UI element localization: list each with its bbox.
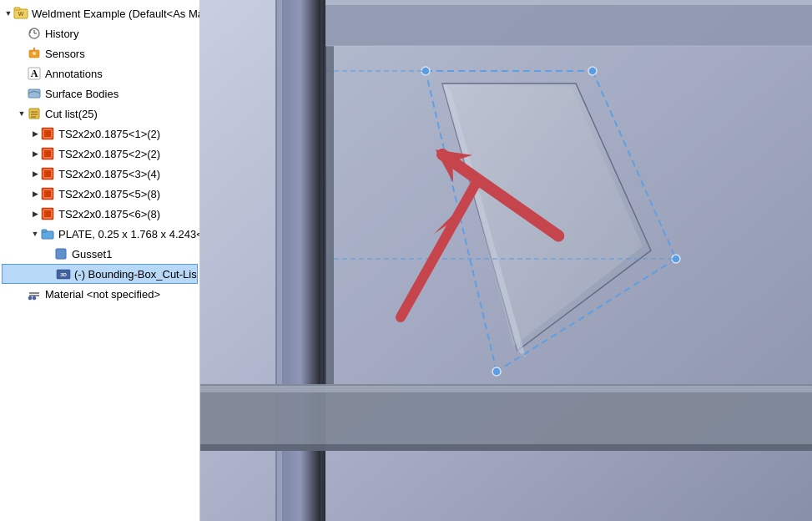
tree-item-history[interactable]: History: [0, 23, 199, 43]
history-icon: [27, 26, 42, 41]
svg-point-38: [28, 296, 32, 300]
annotation-icon: A: [27, 66, 42, 81]
ts5-icon: [40, 186, 55, 201]
3d-viewport[interactable]: [200, 0, 812, 521]
ts5-expand-arrow[interactable]: ▶: [30, 189, 40, 199]
svg-text:W: W: [18, 11, 24, 17]
gusset1-label: Gusset1: [72, 248, 112, 260]
tree-item-ts2[interactable]: ▶ TS2x2x0.1875<2>(2): [0, 144, 199, 164]
tree-item-material[interactable]: Material <not specified>: [0, 284, 199, 304]
tree-item-ts3[interactable]: ▶ TS2x2x0.1875<3>(4): [0, 164, 199, 184]
svg-rect-1: [14, 8, 20, 10]
ts1-icon: [40, 126, 55, 141]
ts6-icon: [40, 206, 55, 221]
history-label: History: [45, 28, 78, 40]
svg-point-39: [33, 296, 36, 300]
svg-rect-47: [200, 444, 812, 451]
annotations-label: Annotations: [45, 68, 103, 80]
sensor-icon: [27, 46, 42, 61]
tree-item-ts5[interactable]: ▶ TS2x2x0.1875<5>(8): [0, 184, 199, 204]
svg-rect-21: [45, 151, 50, 156]
bounding-box-label: (-) Bounding-Box_Cut-Lis: [74, 268, 197, 281]
ts2-icon: [40, 146, 55, 161]
svg-rect-11: [28, 89, 40, 98]
ts6-expand-arrow[interactable]: ▶: [30, 209, 40, 219]
svg-rect-48: [325, 0, 812, 46]
tree-item-bounding-box[interactable]: 3D (-) Bounding-Box_Cut-Lis: [2, 264, 198, 284]
bounding-box-icon: 3D: [56, 266, 71, 281]
cut-list-expand-arrow[interactable]: ▼: [17, 109, 27, 119]
svg-rect-68: [325, 46, 334, 384]
tree-item-ts1[interactable]: ▶ TS2x2x0.1875<1>(2): [0, 124, 199, 144]
svg-text:A: A: [31, 68, 38, 79]
svg-rect-67: [330, 46, 812, 384]
ts3-label: TS2x2x0.1875<3>(4): [58, 168, 160, 180]
tree-item-annotations[interactable]: A Annotations: [0, 63, 199, 83]
svg-rect-33: [56, 249, 66, 259]
svg-text:3D: 3D: [60, 272, 67, 277]
cutlist-icon: [27, 106, 42, 121]
tree-item-plate[interactable]: ▼ PLATE, 0.25 x 1.768 x 4.243<1:: [0, 224, 199, 244]
svg-rect-32: [42, 230, 47, 232]
root-icon: W: [13, 6, 28, 21]
feature-tree: ▼ W Weldment Example (Default<As Mac His…: [0, 0, 200, 521]
tree-item-ts6[interactable]: ▶ TS2x2x0.1875<6>(8): [0, 204, 199, 224]
svg-rect-27: [45, 191, 50, 196]
plate-folder-icon: [40, 226, 55, 241]
svg-rect-24: [45, 171, 50, 176]
surface-bodies-label: Surface Bodies: [45, 88, 119, 100]
material-icon: [27, 286, 42, 301]
tree-root[interactable]: ▼ W Weldment Example (Default<As Mac: [0, 3, 199, 23]
tree-item-surface-bodies[interactable]: Surface Bodies: [0, 83, 199, 104]
material-label: Material <not specified>: [45, 288, 160, 301]
ts2-label: TS2x2x0.1875<2>(2): [58, 148, 160, 160]
root-expand-arrow[interactable]: ▼: [3, 8, 13, 18]
plate-label: PLATE, 0.25 x 1.768 x 4.243<1:: [58, 228, 200, 240]
svg-rect-18: [45, 131, 50, 136]
svg-point-7: [33, 52, 36, 55]
gusset1-icon: [53, 246, 68, 261]
tree-item-cut-list[interactable]: ▼ Cut list(25): [0, 104, 199, 124]
ts3-icon: [40, 166, 55, 181]
tree-item-gusset1[interactable]: Gusset1: [0, 244, 199, 264]
sensors-label: Sensors: [45, 48, 85, 60]
cut-list-label: Cut list(25): [45, 108, 98, 120]
svg-rect-46: [200, 386, 812, 392]
root-label: Weldment Example (Default<As Mac: [32, 8, 200, 20]
ts1-label: TS2x2x0.1875<1>(2): [58, 128, 160, 140]
svg-rect-45: [200, 384, 812, 451]
svg-rect-49: [325, 0, 812, 5]
ts5-label: TS2x2x0.1875<5>(8): [58, 188, 160, 200]
ts3-expand-arrow[interactable]: ▶: [30, 169, 40, 179]
ts6-label: TS2x2x0.1875<6>(8): [58, 208, 160, 220]
surface-icon: [27, 86, 42, 101]
ts1-expand-arrow[interactable]: ▶: [30, 129, 40, 139]
plate-expand-arrow[interactable]: ▼: [30, 229, 40, 239]
svg-rect-30: [45, 211, 50, 216]
3d-scene: [200, 0, 812, 521]
ts2-expand-arrow[interactable]: ▶: [30, 149, 40, 159]
tree-item-sensors[interactable]: Sensors: [0, 43, 199, 63]
